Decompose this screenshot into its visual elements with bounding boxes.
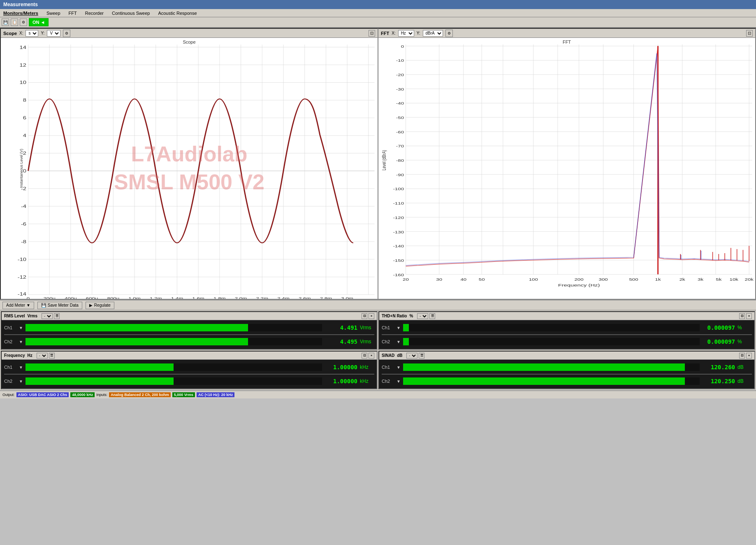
- scope-settings-icon[interactable]: ⚙: [63, 30, 70, 37]
- rms-ch1-label: Ch1: [4, 325, 16, 330]
- output-value: ASIO: USB DAC ASIO 2 Chs: [16, 392, 69, 397]
- scope-chart-area: Scope Instantaneous Level (V): [1, 38, 378, 299]
- fft-settings-icon[interactable]: ⚙: [445, 30, 453, 37]
- svg-text:0: 0: [401, 44, 404, 48]
- freq-ch2-arrow[interactable]: ▼: [19, 379, 23, 384]
- thd-dropdown[interactable]: -: [417, 313, 428, 319]
- input-level: 5,000 Vrms: [172, 392, 195, 397]
- sinad-expand-btn[interactable]: ⊡: [739, 353, 745, 359]
- fft-x-dropdown[interactable]: Hz: [398, 30, 414, 37]
- sinad-settings-icon[interactable]: ☰: [419, 353, 424, 359]
- rms-ch1-arrow[interactable]: ▼: [19, 326, 23, 330]
- save-icon[interactable]: 💾: [2, 19, 9, 26]
- rms-dropdown[interactable]: -: [42, 313, 53, 319]
- thd-settings-icon[interactable]: ☰: [429, 313, 435, 319]
- rms-ch1-unit: Vrms: [360, 325, 374, 331]
- frequency-content: Ch1 ▼ 1.00000 kHz Ch2 ▼ 1.00000 k: [2, 360, 377, 389]
- fft-panel: FFT X: Hz Y: dBrA ⚙ ⊡ FFT: [378, 28, 756, 300]
- scope-y-dropdown[interactable]: V: [47, 30, 60, 37]
- rms-settings-icon[interactable]: ☰: [54, 313, 60, 319]
- toolbar: 💾 📋 ⚙ ON ◄: [0, 17, 756, 28]
- svg-text:3k: 3k: [698, 278, 703, 282]
- sinad-ch1-arrow[interactable]: ▼: [397, 365, 401, 370]
- freq-divider: [4, 374, 374, 375]
- sinad-panel: SINAD dB - ☰ ⊡ × Ch1 ▼: [378, 351, 755, 389]
- svg-text:10: 10: [20, 81, 26, 85]
- rms-ch1-bar-container: [26, 324, 322, 331]
- sinad-ch2-arrow[interactable]: ▼: [397, 379, 401, 384]
- thd-expand-btn[interactable]: ⊡: [739, 313, 745, 319]
- menu-acoustic[interactable]: Acoustic Response: [156, 10, 198, 16]
- svg-text:Level (dBrA): Level (dBrA): [381, 150, 387, 170]
- svg-text:300: 300: [599, 278, 608, 282]
- frequency-settings-icon[interactable]: ☰: [49, 353, 55, 359]
- svg-text:-14: -14: [18, 292, 26, 296]
- svg-text:8: 8: [23, 98, 26, 103]
- freq-ch1-arrow[interactable]: ▼: [19, 365, 23, 370]
- thd-ch2-label: Ch2: [382, 339, 394, 344]
- save-meter-btn[interactable]: 💾 Save Meter Data: [37, 302, 82, 309]
- freq-ch2-row: Ch2 ▼ 1.00000 kHz: [4, 375, 374, 387]
- copy-icon[interactable]: 📋: [11, 19, 18, 26]
- svg-text:-130: -130: [393, 230, 404, 234]
- thd-ch2-arrow[interactable]: ▼: [397, 340, 401, 344]
- settings-icon[interactable]: ⚙: [20, 19, 27, 26]
- menu-recorder[interactable]: Recorder: [83, 10, 105, 16]
- menu-monitors[interactable]: Monitors/Meters: [2, 10, 40, 16]
- sinad-ch1-value: 120.260: [702, 364, 735, 370]
- menu-sweep[interactable]: Sweep: [45, 10, 62, 16]
- status-bar: Output: ASIO: USB DAC ASIO 2 Chs 48,0000…: [0, 390, 756, 398]
- rms-panel: RMS Level Vrms - ☰ ⊡ × Ch1 ▼: [1, 311, 378, 350]
- thd-ch1-arrow[interactable]: ▼: [397, 326, 401, 330]
- scope-y-axis-title: Instantaneous Level (V): [19, 149, 23, 188]
- freq-ch2-label: Ch2: [4, 379, 16, 384]
- svg-text:-10: -10: [18, 257, 26, 262]
- svg-text:2: 2: [23, 151, 26, 156]
- rms-unit-label: Vrms: [28, 314, 37, 318]
- frequency-dropdown[interactable]: -: [37, 353, 48, 359]
- thd-divider: [382, 334, 752, 335]
- svg-text:20: 20: [403, 278, 409, 282]
- save-meter-label: Save Meter Data: [48, 303, 79, 307]
- svg-text:-12: -12: [18, 275, 26, 279]
- svg-text:-150: -150: [393, 259, 404, 262]
- rms-ch2-bar-container: [26, 338, 322, 345]
- scope-expand-btn[interactable]: ⊡: [369, 30, 375, 37]
- svg-text:200: 200: [574, 278, 583, 282]
- svg-text:-6: -6: [21, 222, 26, 226]
- svg-text:5k: 5k: [716, 278, 721, 282]
- svg-text:50: 50: [479, 278, 485, 282]
- regulate-btn[interactable]: ▶ Regulate: [86, 302, 114, 309]
- thd-close-btn[interactable]: ×: [746, 313, 752, 319]
- menu-continuous[interactable]: Continuous Sweep: [110, 10, 151, 16]
- rms-ch2-arrow[interactable]: ▼: [19, 340, 23, 344]
- svg-text:12: 12: [20, 63, 26, 68]
- main-charts-area: Scope X: s Y: V ⚙ ⊡ Scope Instantaneous …: [0, 28, 756, 300]
- svg-text:1.8m: 1.8m: [213, 296, 226, 299]
- rms-expand-btn[interactable]: ⊡: [362, 313, 367, 319]
- svg-text:40: 40: [460, 278, 466, 282]
- meters-toolbar: Add Meter ▼ 💾 Save Meter Data ▶ Regulate: [0, 300, 756, 310]
- fft-expand-btn[interactable]: ⊡: [746, 30, 753, 37]
- svg-text:1.2m: 1.2m: [150, 296, 162, 299]
- sinad-dropdown[interactable]: -: [406, 353, 417, 359]
- thd-content: Ch1 ▼ 0.000097 % Ch2 ▼ 0.000097 %: [379, 320, 754, 349]
- fft-y-dropdown[interactable]: dBrA: [423, 30, 443, 37]
- sinad-ch2-label: Ch2: [382, 379, 394, 384]
- frequency-expand-btn[interactable]: ⊡: [362, 353, 367, 359]
- sinad-ch1-row: Ch1 ▼ 120.260 dB: [382, 361, 752, 373]
- freq-ch1-unit: kHz: [360, 364, 374, 370]
- frequency-close-btn[interactable]: ×: [369, 353, 374, 359]
- sinad-unit-label: dB: [397, 353, 402, 358]
- scope-x-dropdown[interactable]: s: [26, 30, 38, 37]
- thd-ch1-bar-container: [403, 324, 700, 331]
- scope-x-label: X:: [19, 31, 23, 35]
- sinad-ch1-unit: dB: [737, 364, 752, 370]
- thd-ch1-value: 0.000097: [702, 324, 735, 331]
- scope-panel: Scope X: s Y: V ⚙ ⊡ Scope Instantaneous …: [0, 28, 378, 300]
- add-meter-btn[interactable]: Add Meter ▼: [2, 302, 34, 309]
- rms-close-btn[interactable]: ×: [369, 313, 374, 319]
- menu-fft[interactable]: FFT: [67, 10, 79, 16]
- sinad-close-btn[interactable]: ×: [746, 353, 752, 359]
- on-button[interactable]: ON ◄: [29, 18, 49, 26]
